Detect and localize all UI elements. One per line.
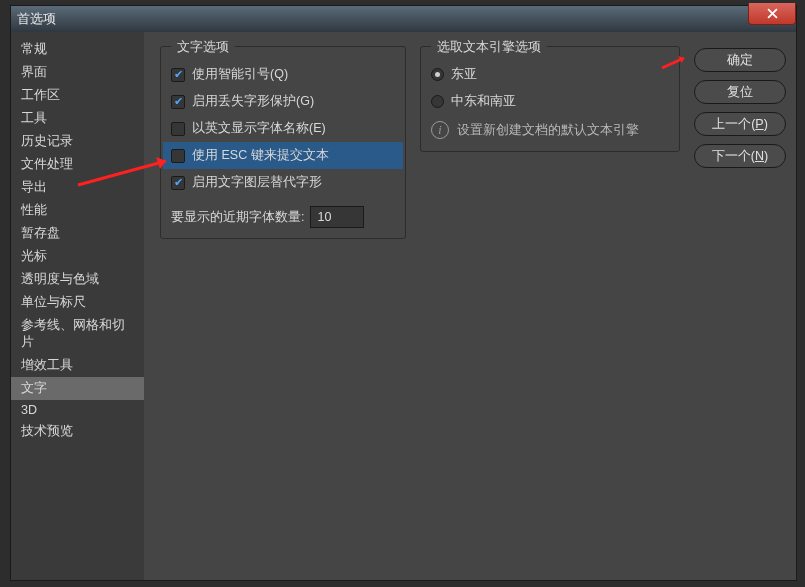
- checkbox-icon: [171, 95, 185, 109]
- sidebar-item[interactable]: 3D: [11, 400, 144, 420]
- sidebar-item[interactable]: 光标: [11, 245, 144, 268]
- recent-fonts-input[interactable]: [310, 206, 364, 228]
- close-button[interactable]: [748, 3, 796, 25]
- sidebar-item[interactable]: 透明度与色域: [11, 268, 144, 291]
- checkbox-icon: [171, 68, 185, 82]
- checkbox-icon: [171, 176, 185, 190]
- buttons-column: 确定 复位 上一个(P) 下一个(N): [694, 40, 786, 572]
- recent-fonts-row: 要显示的近期字体数量:: [171, 196, 395, 228]
- smart-quotes-checkbox[interactable]: 使用智能引号(Q): [171, 61, 395, 88]
- dialog-body: 常规界面工作区工具历史记录文件处理导出性能暂存盘光标透明度与色域单位与标尺参考线…: [11, 32, 796, 580]
- checkbox-label: 以英文显示字体名称(E): [192, 120, 326, 137]
- sidebar-item[interactable]: 性能: [11, 199, 144, 222]
- sidebar-item[interactable]: 技术预览: [11, 420, 144, 443]
- ok-button[interactable]: 确定: [694, 48, 786, 72]
- radio-icon: [431, 95, 444, 108]
- sidebar-item[interactable]: 参考线、网格和切片: [11, 314, 144, 354]
- sidebar-item[interactable]: 文字: [11, 377, 144, 400]
- sidebar-item[interactable]: 文件处理: [11, 153, 144, 176]
- sidebar-item[interactable]: 常规: [11, 38, 144, 61]
- radio-label: 中东和南亚: [451, 93, 516, 110]
- group-title: 文字选项: [171, 39, 235, 56]
- text-options-group: 文字选项 使用智能引号(Q) 启用丢失字形保护(G) 以英文显示字体名称(E): [160, 46, 406, 239]
- sidebar-item[interactable]: 历史记录: [11, 130, 144, 153]
- title-bar: 首选项: [11, 6, 796, 32]
- engine-east-asia-radio[interactable]: 东亚: [431, 61, 669, 88]
- close-icon: [767, 8, 778, 19]
- recent-fonts-label: 要显示的近期字体数量:: [171, 209, 304, 226]
- category-sidebar: 常规界面工作区工具历史记录文件处理导出性能暂存盘光标透明度与色域单位与标尺参考线…: [11, 32, 144, 580]
- engine-middle-east-radio[interactable]: 中东和南亚: [431, 88, 669, 115]
- preferences-window: 首选项 常规界面工作区工具历史记录文件处理导出性能暂存盘光标透明度与色域单位与标…: [10, 5, 797, 581]
- window-title: 首选项: [17, 10, 56, 28]
- radio-label: 东亚: [451, 66, 477, 83]
- checkbox-label: 启用丢失字形保护(G): [192, 93, 314, 110]
- sidebar-item[interactable]: 单位与标尺: [11, 291, 144, 314]
- sidebar-item[interactable]: 工作区: [11, 84, 144, 107]
- content-area: 文字选项 使用智能引号(Q) 启用丢失字形保护(G) 以英文显示字体名称(E): [144, 32, 796, 580]
- glyph-alternates-checkbox[interactable]: 启用文字图层替代字形: [171, 169, 395, 196]
- engine-info: i 设置新创建文档的默认文本引擎: [431, 115, 669, 141]
- next-button[interactable]: 下一个(N): [694, 144, 786, 168]
- sidebar-item[interactable]: 增效工具: [11, 354, 144, 377]
- checkbox-label: 启用文字图层替代字形: [192, 174, 322, 191]
- checkbox-icon: [171, 149, 185, 163]
- sidebar-item[interactable]: 工具: [11, 107, 144, 130]
- checkbox-label: 使用智能引号(Q): [192, 66, 288, 83]
- checkbox-label: 使用 ESC 键来提交文本: [192, 147, 329, 164]
- text-engine-group: 选取文本引擎选项 东亚 中东和南亚 i 设置新创建文档的默认文本引擎: [420, 46, 680, 152]
- english-font-names-checkbox[interactable]: 以英文显示字体名称(E): [171, 115, 395, 142]
- info-text: 设置新创建文档的默认文本引擎: [457, 122, 639, 139]
- glyph-protection-checkbox[interactable]: 启用丢失字形保护(G): [171, 88, 395, 115]
- sidebar-item[interactable]: 暂存盘: [11, 222, 144, 245]
- reset-button[interactable]: 复位: [694, 80, 786, 104]
- esc-commit-checkbox[interactable]: 使用 ESC 键来提交文本: [163, 142, 403, 169]
- checkbox-icon: [171, 122, 185, 136]
- group-title: 选取文本引擎选项: [431, 39, 547, 56]
- sidebar-item[interactable]: 导出: [11, 176, 144, 199]
- radio-icon: [431, 68, 444, 81]
- sidebar-item[interactable]: 界面: [11, 61, 144, 84]
- prev-button[interactable]: 上一个(P): [694, 112, 786, 136]
- info-icon: i: [431, 121, 449, 139]
